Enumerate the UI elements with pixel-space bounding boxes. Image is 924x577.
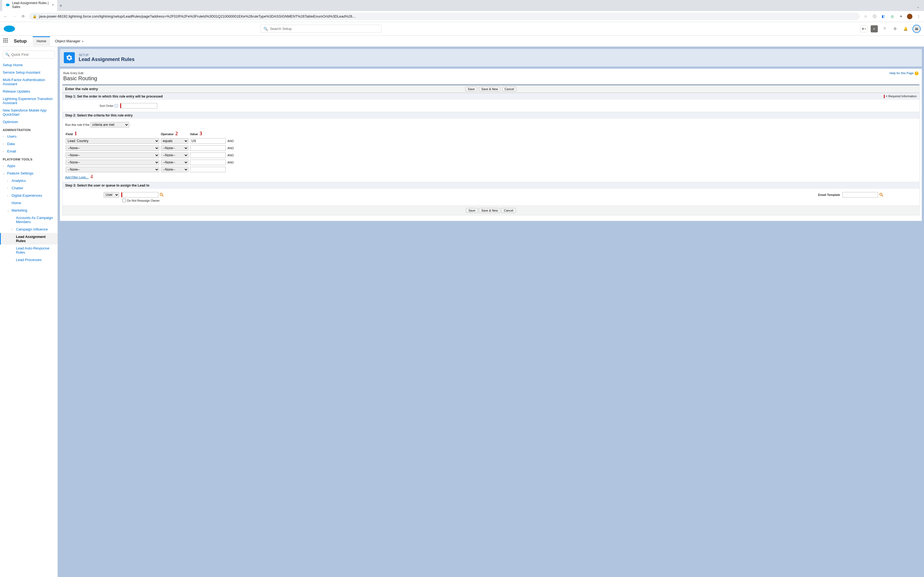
add-filter-logic-link[interactable]: Add Filter Logic... — [65, 176, 89, 179]
new-tab-button[interactable]: + — [57, 1, 65, 11]
save-and-new-button[interactable]: Save & New — [479, 208, 501, 213]
no-reassign-checkbox[interactable] — [123, 199, 126, 202]
sidebar-item-email[interactable]: ›Email — [0, 148, 58, 155]
info-icon[interactable]: i — [115, 104, 118, 108]
cancel-button[interactable]: Cancel — [502, 87, 517, 92]
back-icon[interactable]: ← — [3, 14, 8, 18]
sidebar-item-apps[interactable]: ›Apps — [0, 162, 58, 169]
value-input[interactable] — [190, 167, 226, 172]
lookup-icon[interactable] — [879, 193, 884, 197]
svg-line-3 — [162, 195, 163, 197]
sidebar-item-users[interactable]: ›Users — [0, 133, 58, 140]
url-text: java-power-66192.lightning.force.com/lig… — [39, 14, 356, 18]
url-bar[interactable]: 🔒 java-power-66192.lightning.force.com/l… — [29, 13, 859, 20]
sidebar-section-platform: PLATFORM TOOLS — [0, 155, 58, 162]
close-icon[interactable]: × — [52, 3, 54, 7]
save-button[interactable]: Save — [465, 87, 477, 92]
sidebar-item[interactable]: Lightning Experience Transition Assistan… — [0, 95, 58, 106]
value-input[interactable] — [190, 160, 226, 165]
sort-order-input[interactable] — [121, 103, 157, 108]
value-input[interactable] — [190, 145, 226, 151]
sidebar-item[interactable]: Home — [0, 199, 58, 206]
sidebar-section-administration: ADMINISTRATION — [0, 126, 58, 133]
sidebar-item[interactable]: Service Setup Assistant — [0, 69, 58, 76]
sidebar-item[interactable]: Optimizer — [0, 118, 58, 126]
user-avatar[interactable]: 🦝 — [913, 25, 921, 33]
browser-tab[interactable]: Lead Assignment Rules | Sales × — [2, 0, 57, 11]
help-icon[interactable]: ? — [881, 25, 888, 32]
sidebar-item-lead-assignment-rules[interactable]: Lead Assignment Rules — [0, 233, 58, 245]
sort-order-label: Sort Orderi — [65, 104, 120, 108]
criteria-table: Field1 Operator2 Value3 Lead: Country eq… — [65, 130, 236, 173]
field-select[interactable]: --None-- — [66, 167, 159, 172]
cancel-button[interactable]: Cancel — [501, 208, 515, 213]
sidebar-item[interactable]: New Salesforce Mobile App QuickStart — [0, 106, 58, 118]
extension-icon[interactable]: ◎ — [889, 14, 895, 19]
value-input[interactable] — [190, 153, 226, 158]
svg-point-2 — [160, 193, 162, 195]
sidebar-item-feature-settings[interactable]: ⌄Feature Settings — [0, 169, 58, 177]
field-select[interactable]: --None-- — [66, 145, 159, 151]
save-button[interactable]: Save — [466, 208, 478, 213]
save-and-new-button[interactable]: Save & New — [479, 87, 501, 92]
browser-tab-bar: Lead Assignment Rules | Sales × + ⌄ — [0, 0, 924, 11]
sidebar-item[interactable]: Release Updates — [0, 88, 58, 95]
sidebar-item[interactable]: Setup Home — [0, 61, 58, 69]
salesforce-logo[interactable] — [3, 25, 15, 33]
lookup-icon[interactable] — [160, 193, 164, 197]
svg-line-5 — [882, 195, 883, 197]
email-template-label: Email Template — [809, 193, 842, 197]
sidebar-item[interactable]: Lead Processes — [0, 256, 58, 263]
browser-expand-icon[interactable]: ⌄ — [914, 2, 922, 11]
assignee-type-select[interactable]: User — [104, 192, 119, 198]
star-icon[interactable]: ☆ — [863, 14, 869, 18]
puzzle-icon[interactable]: ✦ — [898, 14, 904, 19]
operator-select[interactable]: --None-- — [161, 167, 188, 172]
operator-select[interactable]: --None-- — [161, 160, 188, 165]
forward-icon[interactable]: → — [11, 14, 17, 18]
sidebar-item-data[interactable]: ›Data — [0, 140, 58, 148]
required-indicator — [121, 192, 122, 197]
field-select[interactable]: --None-- — [66, 160, 159, 165]
search-icon: 🔍 — [5, 53, 10, 56]
quick-find-input[interactable]: 🔍 Quick Find — [3, 50, 55, 58]
app-launcher-icon[interactable] — [3, 38, 9, 44]
and-label: AND — [228, 152, 235, 158]
info-icon[interactable]: ⓘ — [872, 14, 877, 19]
sidebar-item[interactable]: ›Campaign Influence — [0, 226, 58, 233]
extension-icon[interactable]: ◧ — [880, 14, 886, 19]
field-select[interactable]: Lead: Country — [66, 138, 159, 144]
setup-gear-icon[interactable]: ⚙ — [892, 25, 899, 32]
sidebar-item[interactable]: ›Chatter — [0, 184, 58, 192]
tab-object-manager[interactable]: Object Manager▾ — [51, 36, 87, 46]
sidebar-item[interactable]: ›Digital Experiences — [0, 192, 58, 199]
sidebar-item[interactable]: Accounts As Campaign Members — [0, 214, 58, 226]
sidebar-item[interactable]: Lead Auto-Response Rules — [0, 245, 58, 256]
email-template-input[interactable] — [842, 192, 878, 198]
page-heading: Basic Routing — [63, 75, 919, 82]
rule-condition-select[interactable]: criteria are met — [90, 122, 129, 127]
operator-select[interactable]: --None-- — [161, 153, 188, 158]
main-content: SETUP Lead Assignment Rules Help for thi… — [58, 47, 924, 577]
operator-select[interactable]: equals — [161, 138, 188, 144]
tab-home[interactable]: Home — [33, 36, 50, 46]
global-actions-icon[interactable]: ＋ — [871, 25, 878, 32]
global-search[interactable]: 🔍 Search Setup — [260, 25, 381, 33]
assignee-input[interactable] — [123, 192, 158, 198]
notifications-icon[interactable]: 🔔 — [902, 25, 909, 32]
favorites-icon[interactable]: ★▾ — [860, 25, 867, 32]
value-input[interactable] — [190, 138, 226, 144]
sidebar-item[interactable]: ›Analytics — [0, 177, 58, 184]
operator-select[interactable]: --None-- — [161, 145, 188, 151]
sidebar-item[interactable]: Multi-Factor Authentication Assistant — [0, 76, 58, 88]
profile-avatar-icon[interactable] — [907, 14, 913, 19]
criteria-row: --None-- --None-- AND — [66, 159, 235, 166]
field-select[interactable]: --None-- — [66, 153, 159, 158]
chevron-right-icon: › — [3, 150, 5, 153]
chevron-down-icon: ⌄ — [7, 209, 10, 212]
sidebar-item-marketing[interactable]: ⌄Marketing — [0, 206, 58, 214]
setup-sidebar: 🔍 Quick Find Setup Home Service Setup As… — [0, 47, 58, 577]
menu-icon[interactable]: ⋮ — [916, 14, 921, 19]
help-link[interactable]: Help for this Page? — [890, 71, 919, 75]
reload-icon[interactable]: ⟳ — [20, 14, 26, 18]
